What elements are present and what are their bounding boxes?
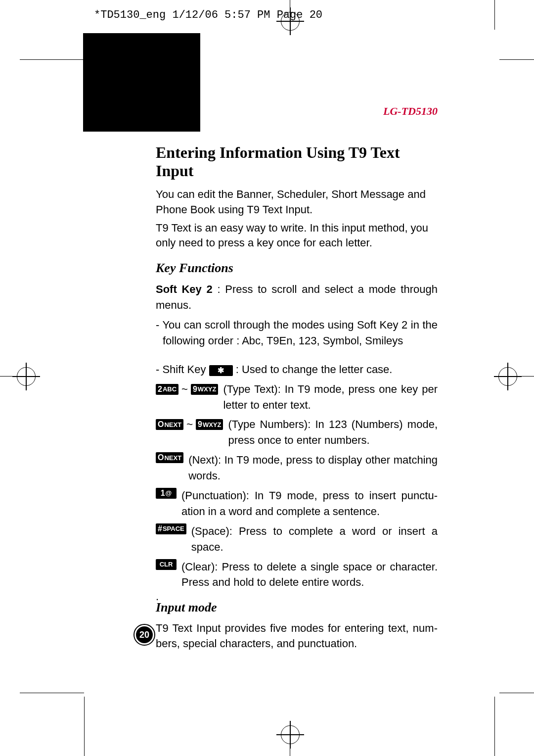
key-clr-icon: CLR <box>156 559 177 570</box>
thumb-index-tab <box>83 33 200 132</box>
clear-desc: (Clear): Press to delete a single space … <box>181 559 438 591</box>
page-content: LG-TD5130 Entering Information Using T9 … <box>156 143 438 655</box>
next-desc: (Next): In T9 mode, press to display oth… <box>188 452 438 484</box>
page-number-badge: 20 <box>134 625 154 645</box>
key-0-icon: ONEXT <box>156 419 183 430</box>
type-numbers-row: ONEXT ~ 9WXYZ (Type Numbers): In 123 (Nu… <box>156 417 438 448</box>
registration-target-icon <box>17 367 36 386</box>
range-tilde: ~ <box>186 417 193 432</box>
intro-paragraph: T9 Text is an easy way to write. In this… <box>156 221 438 251</box>
punctuation-row: 1@ (Punctuation): In T9 mode, press to i… <box>156 488 438 520</box>
crop-mark <box>84 697 85 756</box>
registration-target-icon <box>281 725 300 744</box>
model-label: LG-TD5130 <box>383 105 438 118</box>
key-0-icon: ONEXT <box>156 452 183 463</box>
softkey2-description: Soft Key 2 : Press to scroll and select … <box>156 282 438 313</box>
crop-mark <box>499 59 534 60</box>
crop-mark <box>499 693 534 693</box>
space-row: #SPACE (Space): Press to complete a word… <box>156 523 438 555</box>
crop-mark <box>494 0 495 30</box>
softkey2-mode-order: - You can scroll through the modes using… <box>163 317 438 349</box>
registration-target-icon <box>281 12 300 31</box>
space-desc: (Space): Press to complete a word or ins… <box>191 523 438 555</box>
crop-mark <box>20 693 84 693</box>
clear-row: CLR (Clear): Press to delete a single sp… <box>156 559 438 591</box>
crop-mark <box>20 59 84 60</box>
key-9-icon: 9WXYZ <box>191 384 218 395</box>
next-row: ONEXT (Next): In T9 mode, press to displ… <box>156 452 438 484</box>
softkey2-label: Soft Key 2 <box>156 283 213 295</box>
registration-target-icon <box>498 367 517 386</box>
input-mode-paragraph: T9 Text Input provides five modes for en… <box>156 621 438 652</box>
crop-mark <box>494 697 495 756</box>
range-tilde: ~ <box>181 381 188 397</box>
key-hash-icon: #SPACE <box>156 523 186 534</box>
type-numbers-desc: (Type Numbers): In 123 (Numbers) mode, p… <box>228 417 438 448</box>
intro-paragraph: You can edit the Banner, Scheduler, Shor… <box>156 187 438 218</box>
page-title: Entering Information Using T9 Text Input <box>156 143 438 180</box>
key-9-icon: 9WXYZ <box>196 419 223 430</box>
stray-period: . <box>156 590 159 603</box>
punctuation-desc: (Punctuation): In T9 mode, press to inse… <box>181 488 438 520</box>
section-heading-input-mode: Input mode <box>156 600 438 615</box>
type-text-row: 2ABC ~ 9WXYZ (Type Text): In T9 mode, pr… <box>156 381 438 413</box>
key-1-icon: 1@ <box>156 488 177 499</box>
key-2-icon: 2ABC <box>156 384 178 395</box>
section-heading-key-functions: Key Functions <box>156 261 438 276</box>
star-key-icon: ✱ <box>209 365 233 376</box>
shift-key-description: - Shift Key ✱ : Used to change the lette… <box>156 362 438 378</box>
type-text-desc: (Type Text): In T9 mode, press one key p… <box>223 381 438 413</box>
